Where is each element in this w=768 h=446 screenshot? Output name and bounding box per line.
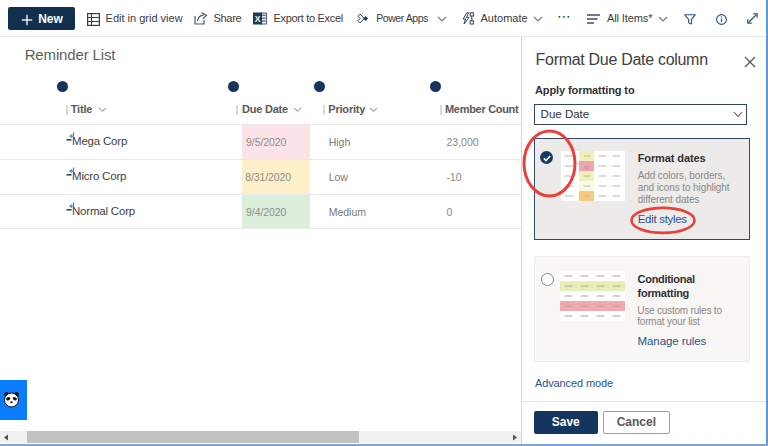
- svg-text:X: X: [255, 14, 261, 24]
- svg-text:w: w: [583, 164, 589, 170]
